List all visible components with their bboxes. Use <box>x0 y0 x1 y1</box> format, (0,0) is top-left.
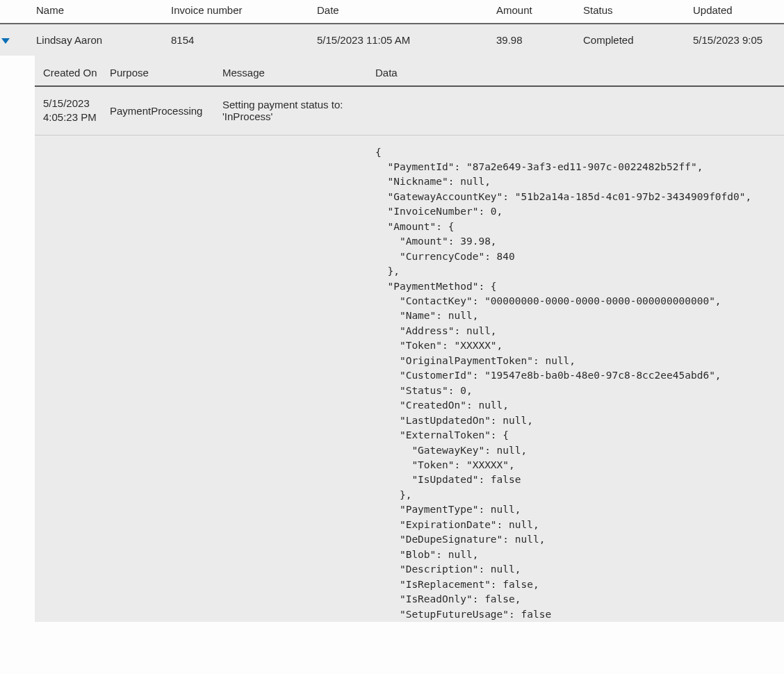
header-amount[interactable]: Amount <box>496 4 583 16</box>
json-spacer-2 <box>110 145 222 623</box>
header-updated[interactable]: Updated <box>693 4 783 16</box>
detail-grid-header: Created On Purpose Message Data <box>35 56 784 87</box>
json-spacer-3 <box>222 145 375 623</box>
cell-status: Completed <box>583 34 693 46</box>
cell-date: 5/15/2023 11:05 AM <box>317 34 496 46</box>
payment-row[interactable]: Lindsay Aaron 8154 5/15/2023 11:05 AM 39… <box>0 24 784 56</box>
chevron-down-icon <box>1 38 10 44</box>
header-status[interactable]: Status <box>583 4 693 16</box>
detail-header-message[interactable]: Message <box>222 67 375 79</box>
detail-cell-json: { "PaymentId": "87a2e649-3af3-ed11-907c-… <box>375 145 784 623</box>
cell-name: Lindsay Aaron <box>36 34 171 46</box>
detail-cell-created-on: 5/15/2023 4:05:23 PM <box>43 97 110 125</box>
header-date[interactable]: Date <box>317 4 496 16</box>
detail-cell-message: Setting payment status to: 'InProcess' <box>222 99 375 122</box>
cell-invoice: 8154 <box>171 34 317 46</box>
header-name[interactable]: Name <box>36 4 171 16</box>
payment-detail-grid: Created On Purpose Message Data 5/15/202… <box>35 56 784 622</box>
json-payload-text: { "PaymentId": "87a2e649-3af3-ed11-907c-… <box>375 145 784 623</box>
header-invoice[interactable]: Invoice number <box>171 4 317 16</box>
cell-amount: 39.98 <box>496 34 583 46</box>
detail-cell-purpose: PaymentProcessing <box>110 105 222 117</box>
header-expand-spacer <box>0 4 36 16</box>
payments-grid: Name Invoice number Date Amount Status U… <box>0 0 784 622</box>
detail-json-row: { "PaymentId": "87a2e649-3af3-ed11-907c-… <box>35 135 784 623</box>
detail-header-created-on[interactable]: Created On <box>43 67 110 79</box>
detail-row[interactable]: 5/15/2023 4:05:23 PM PaymentProcessing S… <box>35 87 784 135</box>
detail-header-data[interactable]: Data <box>375 67 784 79</box>
detail-header-purpose[interactable]: Purpose <box>110 67 222 79</box>
payments-grid-header: Name Invoice number Date Amount Status U… <box>0 0 784 24</box>
row-expand-toggle[interactable] <box>0 34 36 46</box>
json-spacer-1 <box>43 145 110 623</box>
cell-updated: 5/15/2023 9:05 <box>693 34 783 46</box>
